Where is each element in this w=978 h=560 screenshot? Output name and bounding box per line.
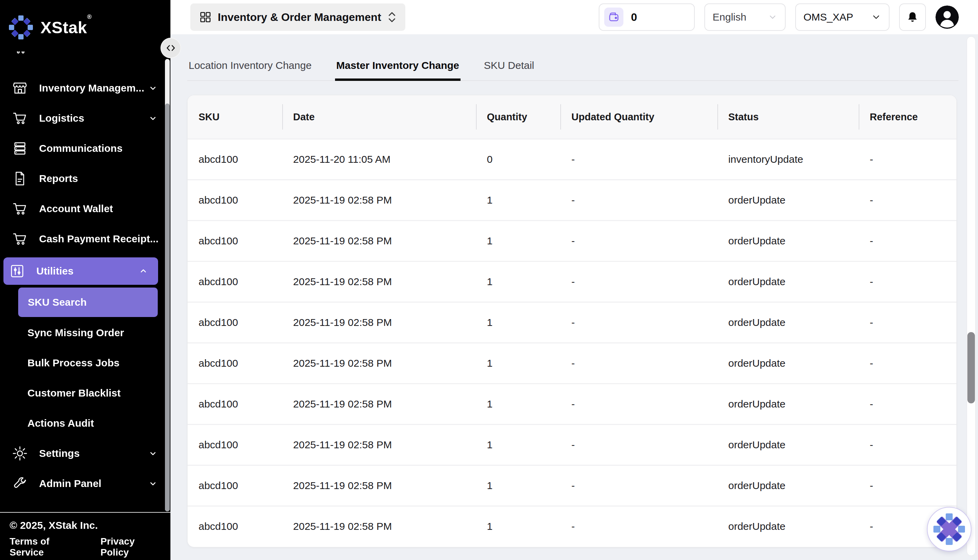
sidebar-collapse-toggle[interactable] [161,38,180,58]
language-select[interactable]: English [704,3,786,31]
table-cell: - [859,357,956,369]
table-cell: - [859,480,956,492]
table-cell: 1 [476,276,561,288]
table-cell: 2025-11-19 02:58 PM [282,194,476,206]
column-header: Status [718,95,859,138]
table-row: abcd1002025-11-19 02:58 PM1-orderUpdate- [188,383,956,424]
sidebar-scrollbar[interactable] [165,59,170,511]
table-cell: orderUpdate [718,439,859,451]
tab-master-inventory-change[interactable]: Master Inventory Change [335,55,461,81]
document-icon [12,171,27,186]
chevron-up-icon [138,266,149,276]
table-row: abcd1002025-11-19 02:58 PM1-orderUpdate- [188,342,956,383]
sidebar-subitem-actions-audit[interactable]: Actions Audit [0,408,170,438]
sidebar-subitem-customer-blacklist[interactable]: Customer Blacklist [0,378,170,408]
table-cell: - [560,153,717,165]
wallet-icon [607,11,620,23]
table-cell: abcd100 [188,194,282,206]
sidebar-item-communications[interactable]: Communications [0,133,170,163]
table-cell: 2025-11-19 02:58 PM [282,521,476,532]
cart-icon [12,231,27,247]
wallet-balance-widget[interactable]: 0 [599,3,695,31]
sidebar-item-logistics[interactable]: Logistics [0,103,170,133]
table-cell: - [859,398,956,410]
chevron-down-icon [148,113,158,123]
table-cell: - [560,276,717,288]
table-cell: 2025-11-19 02:58 PM [282,398,476,410]
page-scrollbar-thumb[interactable] [967,332,975,403]
xstak-floating-badge[interactable] [927,507,971,552]
chevron-down-icon [148,448,158,458]
privacy-policy-link[interactable]: Privacy Policy [100,536,161,558]
table-cell: abcd100 [188,521,282,532]
sidebar-scrollbar-thumb[interactable] [165,103,170,511]
table-cell: 2025-11-19 02:58 PM [282,276,476,288]
sliders-icon [10,263,25,278]
tenant-value: OMS_XAP [803,11,853,23]
bell-icon [906,11,919,23]
sidebar-item-label: Reports [39,173,158,184]
table-cell: - [560,194,717,206]
cart-icon [12,201,27,216]
column-header: Updated Quantity [560,95,717,138]
sidebar-subitem-bulk-process-jobs[interactable]: Bulk Process Jobs [0,348,170,378]
tab-sku-detail[interactable]: SKU Detail [482,55,536,80]
table-row: abcd1002025-11-19 02:58 PM1-orderUpdate- [188,261,956,302]
terms-of-service-link[interactable]: Terms of Service [10,536,80,558]
person-icon [935,5,959,29]
table-cell: 1 [476,194,561,206]
table-cell: orderUpdate [718,480,859,492]
gear-icon [12,446,27,461]
sidebar-item-account-wallet[interactable]: Account Wallet [0,193,170,224]
sidebar-subitem-label: Sync Missing Order [27,327,124,338]
table-cell: orderUpdate [718,398,859,410]
sidebar-item-label: Logistics [39,112,148,124]
table-cell: - [560,439,717,451]
table-cell: orderUpdate [718,357,859,369]
sidebar-subitem-sync-missing-order[interactable]: Sync Missing Order [0,318,170,348]
tab-location-inventory-change[interactable]: Location Inventory Change [187,55,313,80]
sidebar-item-orders[interactable]: Orders [0,52,170,63]
table-cell: - [859,276,956,288]
brand-logo[interactable]: XStak® [0,0,170,45]
sidebar-item-inventory-management[interactable]: Inventory Managem... [0,73,170,103]
sidebar-item-settings[interactable]: Settings [0,438,170,468]
table-cell: abcd100 [188,317,282,328]
table-cell: abcd100 [188,153,282,165]
sidebar-item-label: Cash Payment Receipt... [39,233,158,245]
sidebar-subitem-label: SKU Search [28,297,87,308]
table-cell: 0 [476,153,561,165]
user-avatar[interactable] [935,5,959,29]
xstak-asterisk-icon [9,15,33,39]
wallet-count: 0 [631,11,637,23]
brand-name: XStak® [40,18,92,37]
language-value: English [713,11,746,23]
sidebar-item-reports[interactable]: Reports [0,163,170,193]
app-selector-button[interactable]: Inventory & Order Management [190,3,406,31]
table-cell: orderUpdate [718,235,859,247]
sidebar-item-label: Utilities [36,265,138,277]
sidebar-item-utilities[interactable]: Utilities [3,257,158,285]
table-cell: 2025-11-19 02:58 PM [282,439,476,451]
table-cell: orderUpdate [718,194,859,206]
cart-icon [12,52,27,55]
sidebar-item-cash-payment-receipt[interactable]: Cash Payment Receipt... [0,224,170,254]
column-header: SKU [188,95,282,138]
table-row: abcd1002025-11-19 02:58 PM1-orderUpdate- [188,220,956,261]
column-header: Reference [859,95,956,138]
table-cell: orderUpdate [718,317,859,328]
xstak-asterisk-icon [933,513,965,545]
sidebar-item-label: Admin Panel [39,478,148,489]
table-cell: - [560,398,717,410]
inventory-change-table: SKUDateQuantityUpdated QuantityStatusRef… [187,95,957,547]
table-cell: - [560,357,717,369]
selector-arrows-icon [387,11,396,23]
chevron-down-icon [148,478,158,489]
sidebar-subitem-sku-search[interactable]: SKU Search [18,288,158,317]
notifications-button[interactable] [899,3,926,31]
page-scrollbar[interactable] [967,36,976,556]
cart-icon [12,111,27,126]
table-cell: inventoryUpdate [718,153,859,165]
sidebar-item-admin-panel[interactable]: Admin Panel [0,468,170,498]
tenant-select[interactable]: OMS_XAP [795,3,890,31]
